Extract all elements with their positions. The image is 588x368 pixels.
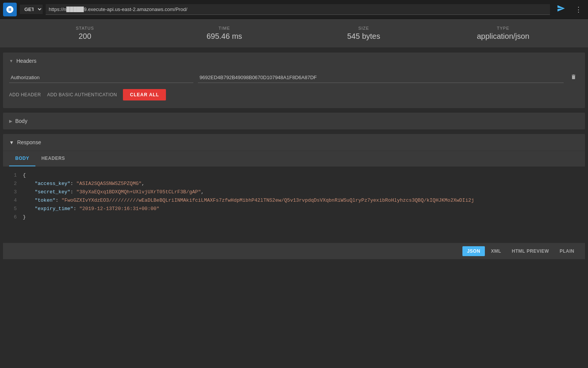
format-xml-button[interactable]: XML xyxy=(486,246,506,256)
body-section-header[interactable]: ▶ Body xyxy=(3,113,585,129)
code-line-3: 3 "secret_key": "38yXaEQxq1BDXQMQh+UXlvj… xyxy=(9,188,579,196)
header-row xyxy=(9,72,579,83)
tab-headers[interactable]: HEADERS xyxy=(35,151,71,166)
stat-status: STATUS 200 xyxy=(15,26,155,41)
status-label: STATUS xyxy=(15,26,155,30)
headers-section: ▼ Headers ADD HEADER ADD BASIC AUTHENTIC… xyxy=(3,53,585,108)
code-line-6: 6 } xyxy=(9,213,579,221)
add-header-button[interactable]: ADD HEADER xyxy=(9,92,41,97)
status-value: 200 xyxy=(15,32,155,41)
method-select[interactable]: GET POST PUT DELETE PATCH xyxy=(20,5,43,14)
response-title: Response xyxy=(17,139,41,145)
code-line-5: 5 "expiry_time": "2019-12-13T20:16:31+00… xyxy=(9,205,579,213)
code-line-2: 2 "access_key": "ASIA2SQASSNWSZ5PZQMG", xyxy=(9,180,579,188)
response-code-wrapper[interactable]: 1 { 2 "access_key": "ASIA2SQASSNWSZ5PZQM… xyxy=(3,167,585,243)
stat-type: TYPE application/json xyxy=(433,26,573,41)
headers-action-row: ADD HEADER ADD BASIC AUTHENTICATION CLEA… xyxy=(9,88,579,102)
more-button[interactable]: ⋮ xyxy=(572,3,585,16)
response-tabs: BODY HEADERS xyxy=(3,151,585,167)
format-plain-button[interactable]: PLAIN xyxy=(555,246,579,256)
response-section-header[interactable]: ▼ Response xyxy=(3,134,585,151)
delete-header-button[interactable] xyxy=(568,73,579,82)
time-label: TIME xyxy=(155,26,294,30)
body-title: Body xyxy=(15,118,27,124)
top-bar: GET POST PUT DELETE PATCH ⋮ xyxy=(0,0,588,19)
type-value: application/json xyxy=(433,32,573,41)
add-basic-auth-button[interactable]: ADD BASIC AUTHENTICATION xyxy=(47,92,117,97)
stat-time: TIME 695.46 ms xyxy=(155,26,294,41)
format-json-button[interactable]: JSON xyxy=(462,246,485,256)
body-section: ▶ Body xyxy=(3,113,585,129)
app-logo xyxy=(3,3,17,16)
response-section: ▼ Response BODY HEADERS 1 { 2 "access_ke… xyxy=(3,134,585,259)
response-chevron-icon: ▼ xyxy=(9,140,14,145)
headers-section-body: ADD HEADER ADD BASIC AUTHENTICATION CLEA… xyxy=(3,69,585,108)
type-label: TYPE xyxy=(433,26,573,30)
stat-size: SIZE 545 bytes xyxy=(294,26,433,41)
headers-title: Headers xyxy=(16,58,37,64)
clear-all-button[interactable]: CLEAR ALL xyxy=(123,89,166,100)
response-code-area: 1 { 2 "access_key": "ASIA2SQASSNWSZ5PZQM… xyxy=(3,167,585,243)
size-value: 545 bytes xyxy=(294,32,433,41)
stats-bar: STATUS 200 TIME 695.46 ms SIZE 545 bytes… xyxy=(0,19,588,48)
headers-section-header[interactable]: ▼ Headers xyxy=(3,53,585,69)
headers-chevron-icon: ▼ xyxy=(9,59,13,63)
url-input[interactable] xyxy=(46,4,550,15)
format-buttons-row: JSON XML HTML PREVIEW PLAIN xyxy=(3,243,585,259)
format-html-preview-button[interactable]: HTML PREVIEW xyxy=(507,246,554,256)
tab-body[interactable]: BODY xyxy=(9,151,35,166)
code-line-4: 4 "token": "FwoGZXIvYXdzEO3//////////wEa… xyxy=(9,196,579,205)
time-value: 695.46 ms xyxy=(155,32,294,41)
size-label: SIZE xyxy=(294,26,433,30)
body-chevron-icon: ▶ xyxy=(9,119,12,124)
header-key-input[interactable] xyxy=(9,72,193,83)
code-line-1: 1 { xyxy=(9,171,579,180)
header-value-input[interactable] xyxy=(198,72,564,83)
send-button[interactable] xyxy=(553,2,569,17)
